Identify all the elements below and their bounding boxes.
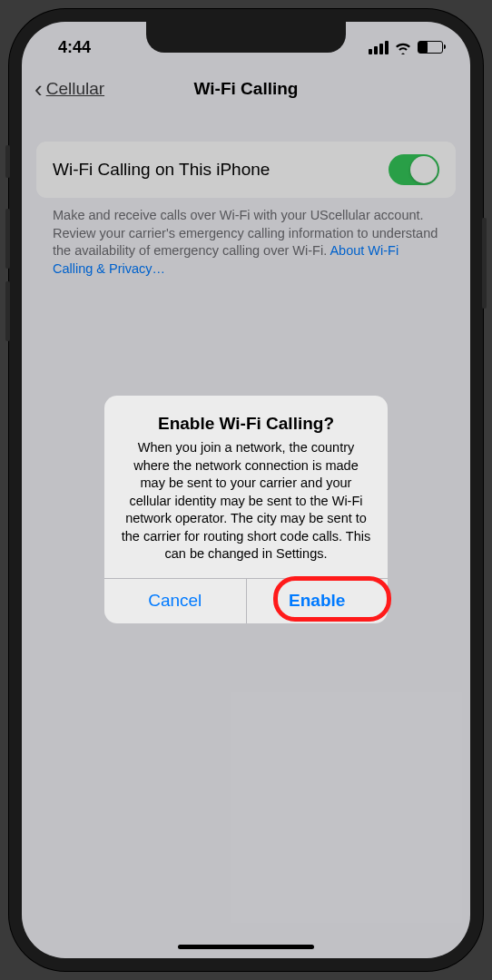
enable-button[interactable]: Enable — [246, 579, 389, 623]
enable-label: Enable — [289, 591, 345, 611]
alert-message: When you join a network, the country whe… — [121, 439, 371, 564]
battery-icon — [418, 41, 443, 54]
status-right — [369, 41, 443, 54]
back-button[interactable]: ‹ Cellular — [34, 77, 104, 101]
chevron-left-icon: ‹ — [34, 77, 43, 101]
wifi-calling-label: Wi-Fi Calling on This iPhone — [53, 160, 270, 180]
status-time: 4:44 — [58, 38, 91, 57]
alert-title: Enable Wi-Fi Calling? — [121, 414, 371, 434]
volume-up — [5, 209, 10, 269]
wifi-calling-row[interactable]: Wi-Fi Calling on This iPhone — [36, 142, 456, 198]
back-label: Cellular — [46, 79, 104, 99]
content: Wi-Fi Calling on This iPhone Make and re… — [22, 111, 470, 278]
wifi-calling-toggle[interactable] — [389, 154, 439, 185]
alert-buttons: Cancel Enable — [104, 578, 388, 623]
screen: 4:44 ‹ Cellular Wi-Fi Calling — [22, 22, 470, 958]
cellular-signal-icon — [369, 41, 389, 54]
power-button — [482, 218, 487, 309]
footer-text: Make and receive calls over Wi-Fi with y… — [36, 198, 456, 278]
toggle-knob — [410, 156, 438, 183]
cancel-button[interactable]: Cancel — [104, 579, 246, 623]
cancel-label: Cancel — [148, 591, 202, 611]
page-title: Wi-Fi Calling — [194, 79, 299, 99]
volume-down — [5, 281, 10, 341]
notch — [146, 22, 346, 53]
phone-frame: 4:44 ‹ Cellular Wi-Fi Calling — [9, 9, 483, 971]
alert-dialog: Enable Wi-Fi Calling? When you join a ne… — [104, 396, 388, 623]
home-indicator[interactable] — [178, 945, 314, 949]
mute-switch — [5, 145, 10, 178]
alert-body: Enable Wi-Fi Calling? When you join a ne… — [104, 396, 388, 578]
nav-bar: ‹ Cellular Wi-Fi Calling — [22, 67, 470, 111]
wifi-icon — [394, 41, 412, 54]
